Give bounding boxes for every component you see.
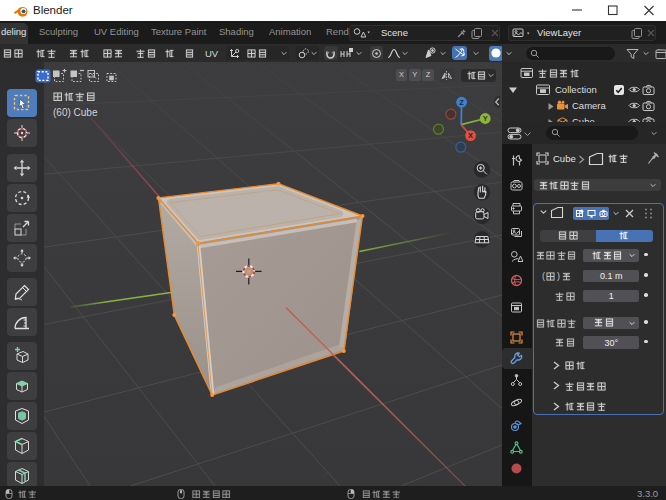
svg-text:X: X	[468, 131, 473, 140]
svg-text:Z: Z	[459, 98, 464, 107]
svg-text:Y: Y	[483, 114, 488, 123]
